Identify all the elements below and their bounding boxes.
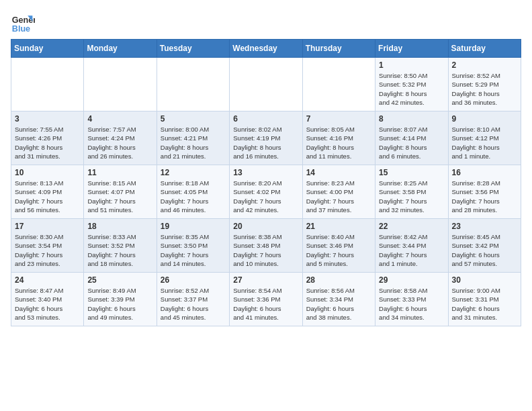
day-info: Sunrise: 9:00 AMSunset: 3:31 PMDaylight:…: [452, 286, 517, 322]
day-info: Sunrise: 8:10 AMSunset: 4:12 PMDaylight:…: [452, 125, 517, 161]
day-info: Sunrise: 8:35 AMSunset: 3:50 PMDaylight:…: [161, 232, 226, 268]
day-info: Sunrise: 8:50 AMSunset: 5:32 PMDaylight:…: [379, 71, 444, 107]
weekday-header-wednesday: Wednesday: [230, 40, 302, 58]
day-number: 17: [15, 222, 80, 231]
calendar-cell: 11Sunrise: 8:15 AMSunset: 4:07 PMDayligh…: [84, 165, 157, 219]
day-info: Sunrise: 8:23 AMSunset: 4:00 PMDaylight:…: [306, 179, 371, 214]
weekday-header-friday: Friday: [375, 40, 448, 58]
calendar-cell: 20Sunrise: 8:38 AMSunset: 3:48 PMDayligh…: [230, 219, 302, 273]
day-info: Sunrise: 8:13 AMSunset: 4:09 PMDaylight:…: [15, 179, 80, 214]
day-number: 28: [306, 275, 371, 285]
calendar-body: 1Sunrise: 8:50 AMSunset: 5:32 PMDaylight…: [11, 58, 521, 326]
logo-icon: General Blue: [11, 11, 35, 35]
day-number: 6: [233, 114, 298, 124]
day-info: Sunrise: 8:20 AMSunset: 4:02 PMDaylight:…: [233, 179, 298, 214]
day-number: 24: [15, 275, 80, 285]
day-info: Sunrise: 7:55 AMSunset: 4:26 PMDaylight:…: [15, 125, 80, 161]
day-number: 14: [306, 168, 371, 177]
calendar-cell: 23Sunrise: 8:45 AMSunset: 3:42 PMDayligh…: [448, 219, 521, 273]
day-number: 15: [379, 168, 444, 177]
day-info: Sunrise: 8:00 AMSunset: 4:21 PMDaylight:…: [161, 125, 226, 161]
calendar-cell: 24Sunrise: 8:47 AMSunset: 3:40 PMDayligh…: [11, 273, 84, 326]
day-info: Sunrise: 8:42 AMSunset: 3:44 PMDaylight:…: [379, 232, 444, 268]
day-number: 13: [233, 168, 298, 177]
day-info: Sunrise: 8:47 AMSunset: 3:40 PMDaylight:…: [15, 286, 80, 322]
calendar-cell: [157, 58, 229, 111]
day-number: 10: [15, 168, 80, 177]
day-number: 20: [233, 222, 298, 231]
calendar-cell: 3Sunrise: 7:55 AMSunset: 4:26 PMDaylight…: [11, 111, 84, 165]
calendar-week-row: 24Sunrise: 8:47 AMSunset: 3:40 PMDayligh…: [11, 273, 521, 326]
day-info: Sunrise: 8:58 AMSunset: 3:33 PMDaylight:…: [379, 286, 444, 322]
calendar-cell: 18Sunrise: 8:33 AMSunset: 3:52 PMDayligh…: [84, 219, 157, 273]
day-number: 26: [161, 275, 226, 285]
calendar-cell: [230, 58, 302, 111]
weekday-header-row: SundayMondayTuesdayWednesdayThursdayFrid…: [11, 40, 521, 58]
day-info: Sunrise: 8:28 AMSunset: 3:56 PMDaylight:…: [452, 179, 517, 214]
calendar-cell: [11, 58, 84, 111]
calendar-table: SundayMondayTuesdayWednesdayThursdayFrid…: [11, 39, 521, 326]
day-number: 5: [161, 114, 226, 124]
day-info: Sunrise: 8:15 AMSunset: 4:07 PMDaylight:…: [87, 179, 152, 214]
day-number: 30: [452, 275, 517, 285]
calendar-cell: 14Sunrise: 8:23 AMSunset: 4:00 PMDayligh…: [302, 165, 375, 219]
day-info: Sunrise: 8:52 AMSunset: 3:37 PMDaylight:…: [161, 286, 226, 322]
svg-text:Blue: Blue: [12, 24, 30, 34]
day-number: 4: [87, 114, 152, 124]
weekday-header-sunday: Sunday: [11, 40, 84, 58]
day-number: 12: [161, 168, 226, 177]
calendar-cell: 21Sunrise: 8:40 AMSunset: 3:46 PMDayligh…: [302, 219, 375, 273]
calendar-week-row: 3Sunrise: 7:55 AMSunset: 4:26 PMDaylight…: [11, 111, 521, 165]
day-info: Sunrise: 8:49 AMSunset: 3:39 PMDaylight:…: [87, 286, 152, 322]
day-number: 8: [379, 114, 444, 124]
day-number: 21: [306, 222, 371, 231]
calendar-cell: [302, 58, 375, 111]
calendar-cell: 5Sunrise: 8:00 AMSunset: 4:21 PMDaylight…: [157, 111, 229, 165]
day-info: Sunrise: 7:57 AMSunset: 4:24 PMDaylight:…: [87, 125, 152, 161]
day-info: Sunrise: 8:30 AMSunset: 3:54 PMDaylight:…: [15, 232, 80, 268]
calendar-cell: [84, 58, 157, 111]
calendar-cell: 30Sunrise: 9:00 AMSunset: 3:31 PMDayligh…: [448, 273, 521, 326]
calendar-cell: 15Sunrise: 8:25 AMSunset: 3:58 PMDayligh…: [375, 165, 448, 219]
calendar-header: SundayMondayTuesdayWednesdayThursdayFrid…: [11, 40, 521, 58]
calendar-cell: 16Sunrise: 8:28 AMSunset: 3:56 PMDayligh…: [448, 165, 521, 219]
calendar-cell: 7Sunrise: 8:05 AMSunset: 4:16 PMDaylight…: [302, 111, 375, 165]
day-info: Sunrise: 8:54 AMSunset: 3:36 PMDaylight:…: [233, 286, 298, 322]
day-number: 27: [233, 275, 298, 285]
calendar-cell: 27Sunrise: 8:54 AMSunset: 3:36 PMDayligh…: [230, 273, 302, 326]
calendar-cell: 8Sunrise: 8:07 AMSunset: 4:14 PMDaylight…: [375, 111, 448, 165]
day-number: 18: [87, 222, 152, 231]
day-info: Sunrise: 8:52 AMSunset: 5:29 PMDaylight:…: [452, 71, 517, 107]
day-info: Sunrise: 8:33 AMSunset: 3:52 PMDaylight:…: [87, 232, 152, 268]
page-header: General Blue: [11, 11, 521, 35]
weekday-header-monday: Monday: [84, 40, 157, 58]
calendar-cell: 28Sunrise: 8:56 AMSunset: 3:34 PMDayligh…: [302, 273, 375, 326]
calendar-week-row: 1Sunrise: 8:50 AMSunset: 5:32 PMDaylight…: [11, 58, 521, 111]
day-info: Sunrise: 8:40 AMSunset: 3:46 PMDaylight:…: [306, 232, 371, 268]
weekday-header-saturday: Saturday: [448, 40, 521, 58]
calendar-cell: 13Sunrise: 8:20 AMSunset: 4:02 PMDayligh…: [230, 165, 302, 219]
calendar-cell: 22Sunrise: 8:42 AMSunset: 3:44 PMDayligh…: [375, 219, 448, 273]
calendar-cell: 17Sunrise: 8:30 AMSunset: 3:54 PMDayligh…: [11, 219, 84, 273]
day-info: Sunrise: 8:05 AMSunset: 4:16 PMDaylight:…: [306, 125, 371, 161]
calendar-cell: 2Sunrise: 8:52 AMSunset: 5:29 PMDaylight…: [448, 58, 521, 111]
day-number: 29: [379, 275, 444, 285]
day-info: Sunrise: 8:18 AMSunset: 4:05 PMDaylight:…: [161, 179, 226, 214]
day-info: Sunrise: 8:45 AMSunset: 3:42 PMDaylight:…: [452, 232, 517, 268]
day-number: 11: [87, 168, 152, 177]
day-number: 9: [452, 114, 517, 124]
day-number: 7: [306, 114, 371, 124]
calendar-week-row: 17Sunrise: 8:30 AMSunset: 3:54 PMDayligh…: [11, 219, 521, 273]
day-number: 22: [379, 222, 444, 231]
weekday-header-thursday: Thursday: [302, 40, 375, 58]
calendar-cell: 10Sunrise: 8:13 AMSunset: 4:09 PMDayligh…: [11, 165, 84, 219]
day-number: 1: [379, 60, 444, 70]
day-info: Sunrise: 8:56 AMSunset: 3:34 PMDaylight:…: [306, 286, 371, 322]
calendar-cell: 29Sunrise: 8:58 AMSunset: 3:33 PMDayligh…: [375, 273, 448, 326]
day-number: 19: [161, 222, 226, 231]
calendar-cell: 6Sunrise: 8:02 AMSunset: 4:19 PMDaylight…: [230, 111, 302, 165]
day-number: 3: [15, 114, 80, 124]
day-info: Sunrise: 8:25 AMSunset: 3:58 PMDaylight:…: [379, 179, 444, 214]
day-number: 16: [452, 168, 517, 177]
day-info: Sunrise: 8:07 AMSunset: 4:14 PMDaylight:…: [379, 125, 444, 161]
